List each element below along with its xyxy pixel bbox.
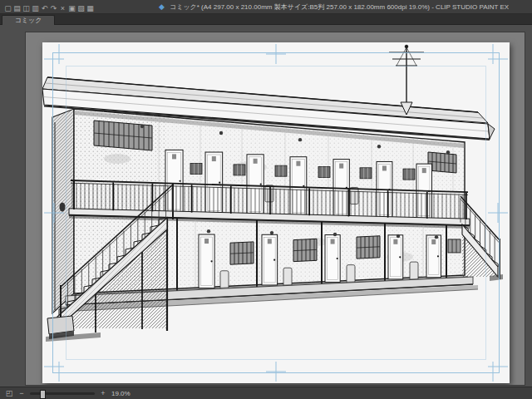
status-bar: ◰ − + 19.0% (0, 387, 532, 399)
small-window-artwork (234, 165, 245, 175)
open-file-icon[interactable]: ▤ (12, 3, 22, 14)
vent-artwork (298, 138, 302, 141)
small-window-artwork (190, 164, 202, 175)
small-window-artwork (403, 169, 415, 180)
redo-icon[interactable]: ↷ (49, 3, 58, 14)
small-window-artwork (275, 165, 287, 176)
copy-icon[interactable]: ▣ (67, 3, 76, 14)
vent-artwork (435, 235, 438, 239)
vent-artwork (397, 234, 400, 238)
paste-icon[interactable]: ▧ (76, 3, 86, 14)
zoom-slider[interactable] (30, 392, 95, 395)
document-tab-bar: コミック (0, 14, 532, 25)
delete-icon[interactable]: × (58, 3, 67, 14)
zoom-in-icon[interactable]: + (99, 389, 107, 397)
small-window-artwork (448, 239, 461, 253)
small-window-artwork (360, 168, 372, 179)
water-heater-artwork (265, 185, 273, 202)
apartment-line-art (42, 42, 510, 383)
vent-artwork (219, 131, 223, 135)
vent-artwork (333, 233, 337, 236)
vent-artwork (270, 231, 273, 234)
tv-antenna (389, 45, 424, 115)
tab-comic-document[interactable]: コミック (2, 15, 55, 25)
vent-artwork (140, 125, 144, 128)
vent-artwork (446, 150, 450, 154)
zoom-value: 19.0% (111, 390, 131, 397)
workspace-area (0, 25, 532, 387)
command-bar: ▢▤◫▥↶↷×▣▧▦ ◆ コミック* (A4 297.00 x 210.00mm… (0, 0, 532, 14)
small-window-artwork (318, 167, 330, 178)
vent-artwork (377, 145, 381, 148)
save-icon[interactable]: ◫ (22, 3, 31, 14)
canvas-scroll-view[interactable] (25, 32, 525, 386)
water-heater-artwork (350, 187, 358, 204)
canvas-page[interactable] (42, 42, 510, 383)
print-icon[interactable]: ▥ (31, 3, 40, 14)
workspace-mode-icon[interactable]: ◆ (159, 2, 165, 12)
undo-icon[interactable]: ↶ (40, 3, 49, 14)
new-file-icon[interactable]: ▢ (3, 3, 12, 14)
zoom-slider-handle[interactable] (40, 390, 46, 399)
toolbar-icon-group: ▢▤◫▥↶↷×▣▧▦ (3, 0, 95, 14)
window-title: コミック* (A4 297.00 x 210.00mm 製本サイズ:B5判 25… (170, 2, 509, 12)
zoom-out-icon[interactable]: − (17, 389, 26, 397)
fit-screen-icon[interactable]: ◰ (5, 389, 13, 397)
grid-icon[interactable]: ▦ (86, 3, 95, 14)
clip-studio-paint-window: ▢▤◫▥↶↷×▣▧▦ ◆ コミック* (A4 297.00 x 210.00mm… (0, 0, 532, 399)
vent-artwork (207, 229, 210, 233)
